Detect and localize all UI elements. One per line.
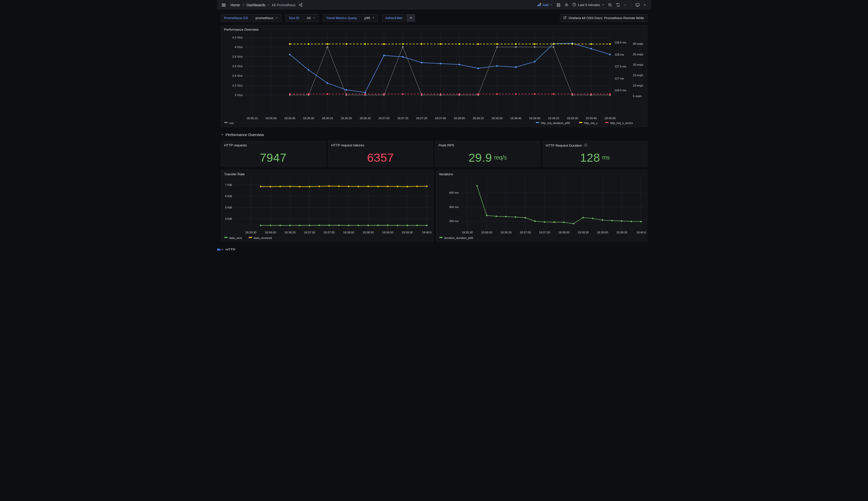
- settings-icon[interactable]: [563, 1, 570, 9]
- info-icon[interactable]: [584, 143, 587, 148]
- x-tick-label: 18:37:00: [304, 231, 315, 234]
- breadcrumb-current: k6 Prometheus: [272, 3, 296, 7]
- x-tick-label: 18:37:15: [397, 117, 408, 120]
- legend-item-http_req_duration_p99[interactable]: http_req_duration_p99: [536, 121, 570, 125]
- adhoc-filter-label[interactable]: AdhocFilter: [382, 14, 406, 22]
- x-tick-label: 18:37:00: [519, 231, 531, 234]
- svg-text:vus: vus: [229, 121, 233, 125]
- y-tick-label: 127 ms: [614, 77, 624, 80]
- chevron-down-icon: [550, 3, 553, 7]
- refresh-interval-dropdown[interactable]: [623, 1, 628, 9]
- time-range-label: Last 5 minutes: [578, 3, 600, 7]
- x-tick-label: 18:36:00: [303, 117, 314, 120]
- legend-item-http_req_s[interactable]: http_req_s: [579, 121, 597, 125]
- legend-item-vus[interactable]: vus: [224, 121, 233, 125]
- panel-http-request-failures: HTTP request failures 6357: [328, 141, 433, 167]
- add-button[interactable]: Add: [536, 2, 554, 8]
- add-label: Add: [542, 3, 549, 7]
- adhoc-filter: AdhocFilter +: [382, 14, 415, 22]
- panel-peak-rps: Peak RPS 29.9 req/s: [435, 141, 540, 167]
- chevron-down-icon: [602, 3, 605, 7]
- performance-overview-chart[interactable]: 18:35:1518:35:3018:35:4518:36:0018:36:15…: [221, 25, 647, 127]
- x-tick-label: 18:36:30: [500, 231, 512, 234]
- x-tick-label: 18:37:45: [435, 117, 446, 120]
- y-tick-label: 3.4 VUs: [232, 74, 242, 77]
- section-http[interactable]: HTTP: [221, 247, 235, 250]
- transfer-rate-chart[interactable]: 18:35:3018:36:0018:36:3018:37:0018:37:30…: [221, 170, 433, 241]
- svg-text:iteration_duration_p99: iteration_duration_p99: [444, 236, 473, 239]
- panel-performance-overview: Performance Overview 18:35:1518:35:3018:…: [221, 25, 647, 127]
- grid: 18:35:3018:36:0018:36:3018:37:0018:37:30…: [449, 176, 646, 234]
- iterations-chart[interactable]: 18:35:3018:36:0018:36:3018:37:0018:37:30…: [436, 170, 647, 241]
- stat-unit: req/s: [494, 154, 507, 161]
- variable-label-test-id[interactable]: Test ID: [285, 14, 303, 22]
- stat-value: 128: [580, 151, 600, 164]
- breadcrumb: Home Dashboards k6 Prometheus: [231, 3, 296, 7]
- variable-value-test-id[interactable]: All: [304, 14, 319, 22]
- legend-item-data_sent[interactable]: data_sent: [224, 236, 242, 239]
- chevron-down-icon: [312, 16, 315, 20]
- stat-value: 7947: [260, 151, 287, 164]
- x-tick-label: 18:35:45: [284, 117, 295, 120]
- stat-value: 29.9: [469, 151, 492, 164]
- variable-value-prometheus-ds[interactable]: prometheus: [252, 14, 282, 22]
- y-tick-label: 6 KiB: [225, 195, 232, 198]
- x-tick-label: 18:40:0: [422, 231, 431, 234]
- svg-text:http_req_s: http_req_s: [584, 121, 597, 125]
- svg-text:http_req_s_errors: http_req_s_errors: [610, 121, 633, 125]
- x-tick-label: 18:36:00: [265, 231, 276, 234]
- x-tick-label: 18:38:00: [454, 117, 465, 120]
- variable-test-id: Test ID All: [285, 14, 319, 22]
- x-tick-label: 18:37:30: [416, 117, 427, 120]
- variable-label-trend-metrics-query[interactable]: Trend Metrics Query: [323, 14, 360, 22]
- variable-value-label: p99: [364, 16, 370, 20]
- legend-item-iteration_duration_p99[interactable]: iteration_duration_p99: [439, 236, 473, 239]
- panel-title[interactable]: HTTP requests: [224, 143, 247, 147]
- panel-title-label: HTTP Request Duration: [546, 143, 582, 147]
- variable-trend-metrics-query: Trend Metrics Query p99: [323, 14, 378, 22]
- docs-link-label: Grafana k6 OSS Docs: Prometheus Remote W…: [569, 16, 644, 20]
- x-tick-label: 18:38:30: [578, 231, 589, 234]
- variable-value-trend-metrics-query[interactable]: p99: [361, 14, 378, 22]
- panel-title[interactable]: HTTP Request Duration: [546, 143, 587, 148]
- y-tick-label: 25 req/s: [633, 53, 643, 56]
- x-tick-label: 18:39:45: [585, 117, 597, 120]
- refresh-icon[interactable]: [615, 1, 622, 9]
- x-tick-label: 18:39:30: [402, 231, 413, 234]
- y-tick-label: 5 req/s: [633, 95, 641, 98]
- x-tick-label: 18:38:30: [362, 231, 374, 234]
- breadcrumb-home[interactable]: Home: [231, 3, 240, 7]
- y-tick-label: 450 ms: [449, 191, 459, 194]
- panel-iterations: Iterations 18:35:3018:36:0018:36:3018:37…: [436, 170, 647, 242]
- variable-prometheus-ds: Prometheus DS prometheus: [221, 14, 282, 22]
- x-tick-label: 18:39:30: [567, 117, 578, 120]
- legend-item-http_req_s_errors[interactable]: http_req_s_errors: [605, 121, 633, 125]
- add-filter-button[interactable]: +: [407, 14, 415, 22]
- share-icon[interactable]: [297, 1, 304, 9]
- x-tick-label: 18:35:30: [265, 117, 276, 120]
- y-tick-label: 3 VUs: [234, 94, 242, 97]
- legend-item-data_received[interactable]: data_received: [249, 236, 272, 239]
- divider: [631, 2, 631, 8]
- menu-icon[interactable]: [220, 1, 227, 9]
- section-performance-overview[interactable]: Performance Overview: [221, 132, 264, 137]
- panel-title[interactable]: HTTP request failures: [331, 143, 364, 147]
- docs-link-button[interactable]: Grafana k6 OSS Docs: Prometheus Remote W…: [560, 14, 647, 22]
- save-icon[interactable]: [555, 1, 562, 9]
- x-tick-label: 18:35:30: [462, 231, 473, 234]
- chevron-down-icon[interactable]: [642, 1, 648, 9]
- x-tick-label: 18:38:45: [510, 117, 521, 120]
- zoom-out-icon[interactable]: [607, 1, 614, 9]
- time-range-picker[interactable]: Last 5 minutes: [571, 2, 606, 7]
- variable-label-prometheus-ds[interactable]: Prometheus DS: [221, 14, 251, 22]
- y-tick-label: 20 req/s: [633, 63, 643, 66]
- x-tick-label: 18:40:00: [604, 117, 616, 120]
- x-tick-label: 18:37:30: [323, 231, 335, 234]
- stat-unit: ms: [602, 154, 610, 161]
- y-tick-label: 10 req/s: [633, 84, 643, 87]
- breadcrumb-dashboards[interactable]: Dashboards: [246, 3, 266, 7]
- panel-transfer-rate: Transfer Rate 18:35:3018:36:0018:36:3018…: [221, 170, 433, 242]
- panel-title[interactable]: Peak RPS: [439, 143, 454, 147]
- tv-mode-icon[interactable]: [634, 1, 641, 9]
- x-tick-label: 18:36:00: [481, 231, 492, 234]
